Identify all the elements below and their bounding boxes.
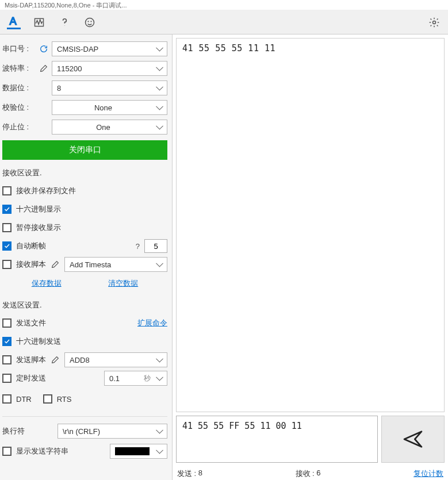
- parity-label: 校验位 :: [2, 102, 36, 113]
- tx-section-header: 发送区设置.: [2, 300, 167, 310]
- svg-point-5: [433, 21, 436, 24]
- parity-value: None: [94, 103, 112, 112]
- rx-section-header: 接收区设置.: [2, 168, 167, 178]
- toolbar: A: [0, 10, 448, 34]
- port-label: 串口号 :: [2, 44, 36, 54]
- color-swatch: [115, 447, 150, 455]
- tab-text-icon[interactable]: A: [7, 16, 21, 29]
- autoframe-help[interactable]: ?: [136, 242, 140, 251]
- reset-count-link[interactable]: 复位计数: [413, 469, 443, 479]
- smiley-icon[interactable]: [83, 16, 97, 29]
- dtr-checkbox[interactable]: [2, 394, 12, 404]
- rx-textarea[interactable]: 41 55 55 55 11 11: [176, 38, 445, 412]
- right-panel: 41 55 55 55 11 11 41 55 55 FF 55 11 00 1…: [173, 34, 448, 480]
- timed-send-value: 0.1: [109, 374, 120, 383]
- newline-select[interactable]: \r\n (CRLF): [58, 424, 167, 439]
- tab-wave-icon[interactable]: [32, 16, 46, 29]
- svg-point-4: [91, 21, 91, 21]
- rts-checkbox[interactable]: [43, 394, 52, 404]
- newline-label: 换行符: [2, 426, 54, 436]
- refresh-icon[interactable]: [39, 44, 48, 53]
- edit-icon[interactable]: [51, 260, 60, 269]
- edit-icon[interactable]: [51, 355, 60, 364]
- rx-script-value: Add Timesta: [70, 260, 111, 269]
- baud-label: 波特率 :: [2, 63, 36, 74]
- tx-hex-label: 十六进制发送: [16, 336, 61, 347]
- send-icon: [401, 428, 424, 451]
- tx-script-checkbox[interactable]: [2, 355, 12, 364]
- tx-count-value: 8: [198, 469, 202, 479]
- rx-hex-label: 十六进制显示: [16, 204, 61, 214]
- rx-pause-checkbox[interactable]: [2, 223, 12, 232]
- rx-script-checkbox[interactable]: [2, 260, 12, 269]
- port-value: CMSIS-DAP: [57, 45, 98, 53]
- databits-select[interactable]: 8: [52, 80, 167, 95]
- svg-point-3: [88, 21, 89, 21]
- rx-count-value: 6: [316, 469, 320, 479]
- rx-script-select[interactable]: Add Timesta: [64, 257, 167, 272]
- svg-point-2: [86, 18, 94, 26]
- help-icon[interactable]: [58, 16, 71, 29]
- baud-value: 115200: [57, 64, 82, 73]
- rts-label: RTS: [57, 395, 72, 404]
- ext-cmd-link[interactable]: 扩展命令: [137, 318, 167, 328]
- tx-hex-checkbox[interactable]: [2, 337, 12, 346]
- timed-send-checkbox[interactable]: [2, 374, 12, 383]
- stopbits-select[interactable]: One: [52, 120, 167, 135]
- tx-script-select[interactable]: ADD8: [64, 352, 167, 367]
- parity-select[interactable]: None: [52, 100, 167, 115]
- autoframe-input[interactable]: [144, 239, 167, 253]
- rx-hex-checkbox[interactable]: [2, 205, 12, 214]
- timed-send-unit: 秒: [144, 374, 151, 383]
- timed-send-input[interactable]: 0.1 秒: [104, 371, 167, 386]
- stopbits-label: 停止位 :: [2, 122, 36, 132]
- rx-count-label: 接收 :: [296, 469, 315, 479]
- databits-label: 数据位 :: [2, 83, 36, 93]
- tx-count-label: 发送 :: [177, 469, 196, 479]
- newline-value: \r\n (CRLF): [63, 427, 100, 436]
- port-select[interactable]: CMSIS-DAP: [52, 41, 167, 56]
- tx-script-value: ADD8: [70, 356, 90, 364]
- color-select[interactable]: [110, 444, 167, 459]
- status-bar: 发送 : 8 接收 : 6 复位计数: [173, 466, 448, 480]
- save-data-link[interactable]: 保存数据: [32, 278, 62, 289]
- tx-textarea[interactable]: 41 55 55 FF 55 11 00 11: [176, 416, 378, 463]
- send-button[interactable]: [381, 416, 445, 463]
- dtr-label: DTR: [16, 395, 32, 404]
- show-tx-str-checkbox[interactable]: [2, 447, 12, 456]
- left-panel: 串口号 : CMSIS-DAP 波特率 : 115200 数据位 : 8 校验位…: [0, 34, 173, 480]
- rx-autoframe-checkbox[interactable]: [2, 241, 12, 251]
- close-port-button[interactable]: 关闭串口: [2, 140, 167, 160]
- rx-autoframe-label: 自动断帧: [16, 241, 46, 251]
- tx-script-label: 发送脚本: [16, 355, 46, 365]
- baud-select[interactable]: 115200: [52, 61, 167, 76]
- rx-savefile-label: 接收并保存到文件: [16, 186, 76, 196]
- clear-data-link[interactable]: 清空数据: [108, 278, 138, 289]
- show-tx-str-label: 显示发送字符串: [16, 446, 68, 456]
- rx-script-label: 接收脚本: [16, 259, 46, 270]
- rx-pause-label: 暂停接收显示: [16, 222, 61, 233]
- window-title: Msis-DAP,115200,None,8,One - 串口调试...: [0, 0, 448, 10]
- timed-send-label: 定时发送: [16, 373, 46, 383]
- databits-value: 8: [57, 84, 61, 93]
- gear-icon[interactable]: [427, 16, 441, 29]
- tx-sendfile-checkbox[interactable]: [2, 318, 12, 328]
- tx-sendfile-label: 发送文件: [16, 318, 46, 328]
- svg-text:A: A: [10, 15, 17, 26]
- rx-savefile-checkbox[interactable]: [2, 186, 12, 195]
- stopbits-value: One: [96, 123, 110, 132]
- edit-icon[interactable]: [39, 64, 48, 73]
